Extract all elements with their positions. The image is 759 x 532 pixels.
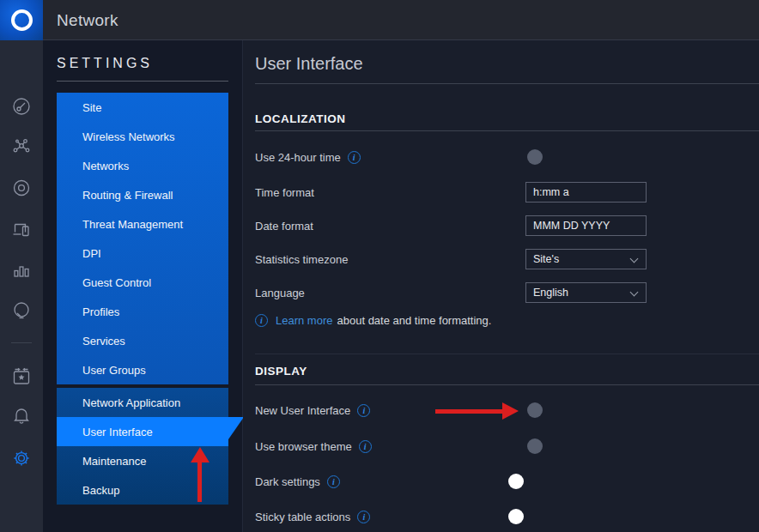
language-row: Language English: [255, 282, 759, 303]
unifi-logo-ring-icon: [11, 9, 33, 31]
rail-divider: [11, 342, 32, 343]
main-content: User Interface LOCALIZATION Use 24-hour …: [243, 40, 759, 532]
toggle-knob: [508, 509, 524, 524]
section-divider: [255, 354, 759, 354]
info-icon[interactable]: i: [327, 475, 340, 488]
devices-icon[interactable]: [11, 178, 32, 198]
dark-settings-row: Dark settings i: [255, 471, 759, 492]
info-icon[interactable]: i: [357, 511, 370, 523]
time-format-input[interactable]: [525, 182, 647, 203]
statistics-timezone-select[interactable]: Site's: [525, 249, 647, 269]
selected-item-notch: [228, 417, 244, 439]
settings-heading-rule: [57, 81, 228, 82]
events-calendar-icon[interactable]: [11, 366, 32, 387]
sidebar-item-site[interactable]: Site: [57, 93, 228, 122]
statistics-timezone-row: Statistics timezone Site's: [255, 249, 759, 269]
sidebar-item-user-interface[interactable]: User Interface: [57, 417, 228, 446]
date-format-label: Date format: [255, 220, 313, 233]
chevron-down-icon: [630, 288, 639, 297]
sidebar-item-routing-firewall[interactable]: Routing & Firewall: [57, 180, 228, 209]
sidebar-item-dpi[interactable]: DPI: [57, 239, 228, 268]
title-rule: [255, 83, 759, 84]
annotation-arrow-right-shaft: [435, 409, 502, 414]
display-heading: DISPLAY: [255, 365, 307, 378]
annotation-arrow-up-head: [191, 447, 209, 462]
date-format-row: Date format: [255, 215, 759, 236]
sticky-table-actions-row: Sticky table actions i: [255, 506, 759, 527]
sidebar-item-backup[interactable]: Backup: [57, 475, 228, 505]
toggle-knob: [527, 149, 543, 165]
use-browser-theme-row: Use browser theme i: [255, 436, 759, 456]
statistics-icon[interactable]: [11, 260, 32, 281]
display-rule: [255, 384, 759, 385]
localization-heading: LOCALIZATION: [255, 112, 345, 125]
alerts-bell-icon[interactable]: [11, 406, 32, 426]
statistics-timezone-label: Statistics timezone: [255, 253, 348, 266]
topology-icon[interactable]: [11, 136, 32, 157]
language-label: Language: [255, 287, 305, 299]
settings-gear-icon[interactable]: [11, 448, 32, 469]
info-icon[interactable]: i: [359, 440, 372, 453]
note-text: about date and time formatting.: [337, 314, 491, 327]
use-24-hour-time-label: Use 24-hour time i: [255, 151, 361, 164]
top-bar: Network: [0, 0, 759, 40]
sidebar-item-services[interactable]: Services: [57, 326, 228, 355]
unifi-logo[interactable]: [0, 0, 43, 40]
sidebar-item-network-application[interactable]: Network Application: [57, 388, 228, 417]
page-title: User Interface: [255, 54, 363, 74]
sidebar-item-profiles[interactable]: Profiles: [57, 297, 228, 326]
settings-menu-group-2: Network Application User Interface Maint…: [57, 388, 228, 505]
toggle-knob: [527, 402, 543, 418]
sticky-table-actions-label: Sticky table actions i: [255, 511, 370, 523]
formatting-note: i Learn more about date and time formatt…: [255, 314, 491, 327]
clients-icon[interactable]: [11, 219, 32, 239]
time-format-label: Time format: [255, 186, 314, 199]
toggle-knob: [527, 438, 543, 454]
use-browser-theme-label: Use browser theme i: [255, 440, 372, 453]
sidebar-item-threat-management[interactable]: Threat Management: [57, 209, 228, 239]
dark-settings-label: Dark settings i: [255, 475, 340, 488]
new-user-interface-label: New User Interface i: [255, 404, 370, 417]
info-icon[interactable]: i: [357, 404, 370, 417]
time-format-row: Time format: [255, 182, 759, 203]
settings-panel: SETTINGS Site Wireless Networks Networks…: [43, 40, 243, 532]
localization-rule: [255, 130, 759, 131]
network-app-window: Network: [0, 0, 759, 532]
sidebar-item-wireless-networks[interactable]: Wireless Networks: [57, 122, 228, 151]
app-title: Network: [57, 0, 118, 40]
language-value: English: [533, 287, 568, 299]
insights-icon[interactable]: [11, 300, 32, 321]
annotation-arrow-up-shaft: [197, 462, 202, 502]
sidebar-item-user-groups[interactable]: User Groups: [57, 355, 228, 384]
language-select[interactable]: English: [525, 282, 647, 303]
info-icon[interactable]: i: [348, 151, 361, 164]
use-24-hour-time-row: Use 24-hour time i: [255, 147, 759, 167]
settings-menu-group-1: Site Wireless Networks Networks Routing …: [57, 93, 228, 384]
settings-heading: SETTINGS: [57, 56, 153, 71]
date-format-input[interactable]: [525, 215, 647, 236]
statistics-timezone-value: Site's: [533, 253, 559, 265]
sidebar-item-guest-control[interactable]: Guest Control: [57, 268, 228, 297]
dashboard-icon[interactable]: [11, 96, 32, 117]
icon-rail: [0, 40, 43, 532]
annotation-arrow-right-head: [502, 402, 519, 420]
info-icon: i: [255, 314, 268, 327]
sidebar-item-label: User Interface: [82, 426, 153, 438]
learn-more-link[interactable]: Learn more: [276, 314, 332, 327]
settings-menu: Site Wireless Networks Networks Routing …: [57, 93, 228, 505]
chevron-down-icon: [630, 255, 639, 263]
toggle-knob: [508, 474, 524, 489]
sidebar-item-networks[interactable]: Networks: [57, 151, 228, 180]
